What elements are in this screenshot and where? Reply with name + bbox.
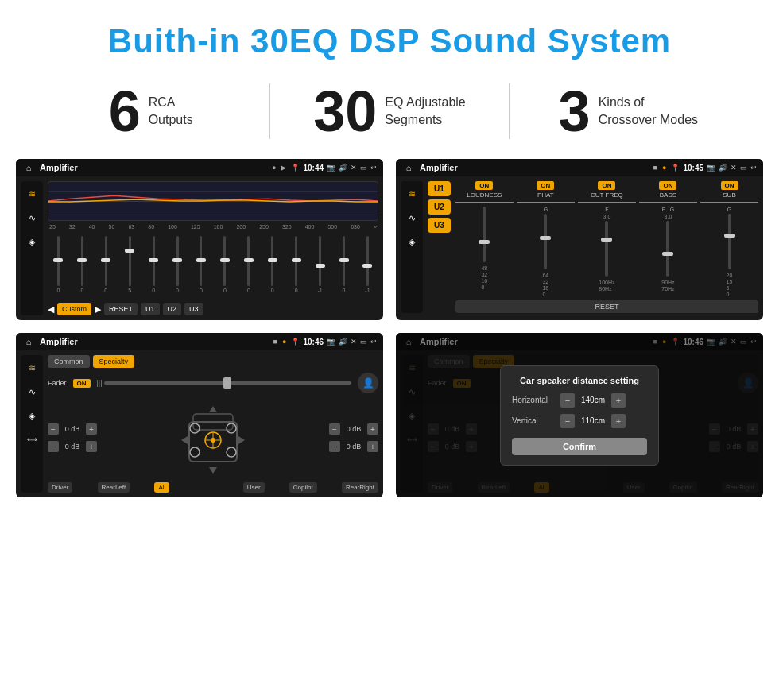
tab-common[interactable]: Common [48, 355, 90, 368]
rearleft-btn[interactable]: RearLeft [98, 482, 130, 493]
home-icon-amp[interactable]: ⌂ [402, 161, 415, 174]
db-minus-rr[interactable]: − [329, 441, 340, 452]
preset-u3[interactable]: U3 [428, 218, 451, 233]
eq-speaker-icon[interactable]: ◈ [22, 232, 41, 251]
camera-icon-amp: 📷 [707, 164, 715, 172]
slider-track-12[interactable] [343, 236, 345, 286]
slider-loudness[interactable] [483, 207, 486, 262]
slider-thumb-9 [268, 258, 277, 262]
slider-track-6[interactable] [200, 236, 202, 286]
eq-slider-4[interactable]: 0 [143, 236, 165, 293]
slider-val-11: -1 [317, 288, 322, 293]
slider-val-2: 0 [104, 288, 107, 293]
user-btn[interactable]: User [243, 482, 265, 493]
dialog-vertical-ctrl: − 110cm + [560, 414, 626, 428]
fader-wave-icon[interactable]: ∿ [22, 382, 41, 401]
confirm-button[interactable]: Confirm [512, 438, 647, 455]
eq-slider-5[interactable]: 0 [167, 236, 188, 293]
eq-slider-12[interactable]: 0 [333, 236, 355, 293]
u2-btn-eq[interactable]: U2 [163, 303, 182, 315]
u1-btn-eq[interactable]: U1 [141, 303, 160, 315]
slider-track-0[interactable] [57, 236, 60, 286]
fader-extra-icon[interactable]: ⟺ [22, 430, 41, 449]
copilot-btn[interactable]: Copilot [289, 482, 317, 493]
next-arrow[interactable]: ▶ [95, 304, 101, 315]
dialog-h-minus[interactable]: − [560, 393, 575, 408]
eq-slider-0[interactable]: 0 [48, 236, 69, 293]
speaker-icon-amp: 🔊 [719, 164, 727, 172]
slider-track-7[interactable] [223, 236, 226, 286]
home-icon[interactable]: ⌂ [22, 161, 35, 174]
svg-marker-11 [209, 406, 217, 412]
preset-u2[interactable]: U2 [428, 199, 451, 215]
tab-specialty[interactable]: Specialty [93, 355, 135, 368]
back-icon-eq[interactable]: ↩ [370, 164, 377, 172]
fader-sidebar: ≋ ∿ ◈ ⟺ [21, 355, 43, 493]
slider-track-10[interactable] [295, 236, 297, 286]
slider-track-9[interactable] [271, 236, 273, 286]
slider-track-4[interactable] [153, 236, 155, 286]
col-loudness: ON LOUDNESS 4832160 [455, 181, 514, 297]
dialog-h-plus[interactable]: + [611, 393, 626, 408]
amp-dot: ■ [653, 164, 657, 172]
slider-track-8[interactable] [247, 236, 250, 286]
slider-sub[interactable] [728, 214, 731, 269]
slider-track-3[interactable] [129, 236, 131, 286]
eq-slider-8[interactable]: 0 [238, 236, 259, 293]
db-plus-fr[interactable]: + [367, 423, 378, 435]
amp-filter-icon[interactable]: ≋ [402, 184, 421, 203]
fader-speaker-icon[interactable]: ◈ [22, 406, 41, 425]
db-plus-rr[interactable]: + [367, 441, 378, 452]
db-minus-rl[interactable]: − [48, 441, 59, 452]
back-icon-amp[interactable]: ↩ [750, 164, 757, 172]
back-icon-fader[interactable]: ↩ [370, 338, 377, 346]
db-minus-fr[interactable]: − [329, 423, 340, 435]
eq-slider-2[interactable]: 0 [95, 236, 117, 293]
eq-slider-11[interactable]: -1 [309, 236, 331, 293]
fader-filter-icon[interactable]: ≋ [22, 358, 41, 377]
slider-track-5[interactable] [176, 236, 179, 286]
custom-btn[interactable]: Custom [57, 303, 91, 315]
slider-track-1[interactable] [81, 236, 83, 286]
stat-divider-1 [269, 83, 270, 139]
preset-u1[interactable]: U1 [428, 181, 451, 196]
home-icon-fader[interactable]: ⌂ [22, 335, 35, 348]
slider-track-2[interactable] [105, 236, 107, 286]
all-btn[interactable]: All [154, 482, 169, 493]
rearright-btn[interactable]: RearRight [342, 482, 378, 493]
right-db-controls: − 0 dB + − 0 dB + [329, 423, 378, 452]
slider-cutfreq[interactable] [605, 221, 608, 277]
eq-filter-icon[interactable]: ≋ [22, 184, 41, 203]
db-minus-fl[interactable]: − [48, 423, 59, 435]
dialog-v-plus[interactable]: + [611, 414, 626, 428]
db-plus-rl[interactable]: + [86, 441, 97, 452]
eq-slider-13[interactable]: -1 [357, 236, 378, 293]
slider-track-13[interactable] [366, 236, 369, 286]
amp-wave-icon[interactable]: ∿ [402, 208, 421, 227]
fader-track[interactable] [104, 381, 351, 385]
prev-arrow[interactable]: ◀ [48, 304, 54, 315]
page-title: Buith-in 30EQ DSP Sound System [0, 0, 779, 75]
eq-slider-10[interactable]: 0 [285, 236, 307, 293]
db-plus-fl[interactable]: + [86, 423, 97, 435]
dialog-v-minus[interactable]: − [560, 414, 575, 428]
eq-slider-1[interactable]: 0 [72, 236, 93, 293]
slider-thumb-3 [125, 249, 134, 253]
eq-wave-icon[interactable]: ∿ [22, 208, 41, 227]
eq-slider-9[interactable]: 0 [262, 236, 283, 293]
reset-btn-amp[interactable]: RESET [455, 300, 758, 313]
slider-track-11[interactable] [319, 236, 321, 286]
eq-slider-3[interactable]: 5 [119, 236, 141, 293]
slider-bass[interactable] [666, 221, 669, 277]
u3-btn-eq[interactable]: U3 [184, 303, 203, 315]
db-ctrl-rr: − 0 dB + [329, 441, 378, 452]
driver-btn[interactable]: Driver [48, 482, 72, 493]
amp-speaker-icon[interactable]: ◈ [402, 232, 421, 251]
reset-btn-eq[interactable]: RESET [104, 303, 138, 315]
slider-val-9: 0 [271, 288, 274, 293]
eq-slider-6[interactable]: 0 [191, 236, 212, 293]
channel-controls: ON LOUDNESS 4832160 [455, 181, 758, 313]
slider-phat[interactable] [544, 214, 547, 269]
eq-slider-7[interactable]: 0 [214, 236, 235, 293]
slider-thumb-10 [292, 258, 301, 262]
